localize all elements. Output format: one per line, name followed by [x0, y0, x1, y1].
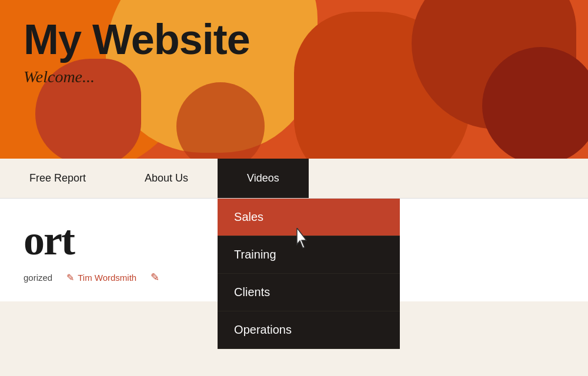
meta-author: ✎ Tim Wordsmith	[66, 272, 136, 283]
nav-label-about-us: About Us	[145, 172, 188, 184]
site-title: My Website	[24, 16, 564, 63]
nav-item-about-us[interactable]: About Us	[115, 159, 218, 198]
hero-section: My Website Welcome...	[0, 0, 588, 159]
meta-category: gorized	[24, 273, 52, 283]
navbar: Free Report About Us Videos Sales Traini…	[0, 159, 588, 199]
videos-dropdown: Sales Training Clients Operations	[218, 199, 400, 349]
nav-label-free-report: Free Report	[29, 172, 86, 184]
edit-icon[interactable]: ✎	[151, 271, 159, 284]
site-tagline: Welcome...	[24, 68, 564, 86]
hero-content: My Website Welcome...	[0, 0, 588, 103]
author-icon: ✎	[66, 272, 74, 283]
dropdown-item-sales[interactable]: Sales	[218, 199, 400, 236]
author-name: Tim Wordsmith	[78, 273, 136, 283]
dropdown-item-clients[interactable]: Clients	[218, 274, 400, 311]
dropdown-item-training[interactable]: Training	[218, 236, 400, 274]
nav-label-videos: Videos	[247, 172, 279, 184]
nav-item-videos[interactable]: Videos Sales Training Clients Operations	[218, 159, 309, 198]
nav-item-free-report[interactable]: Free Report	[0, 159, 115, 198]
dropdown-item-operations[interactable]: Operations	[218, 311, 400, 349]
